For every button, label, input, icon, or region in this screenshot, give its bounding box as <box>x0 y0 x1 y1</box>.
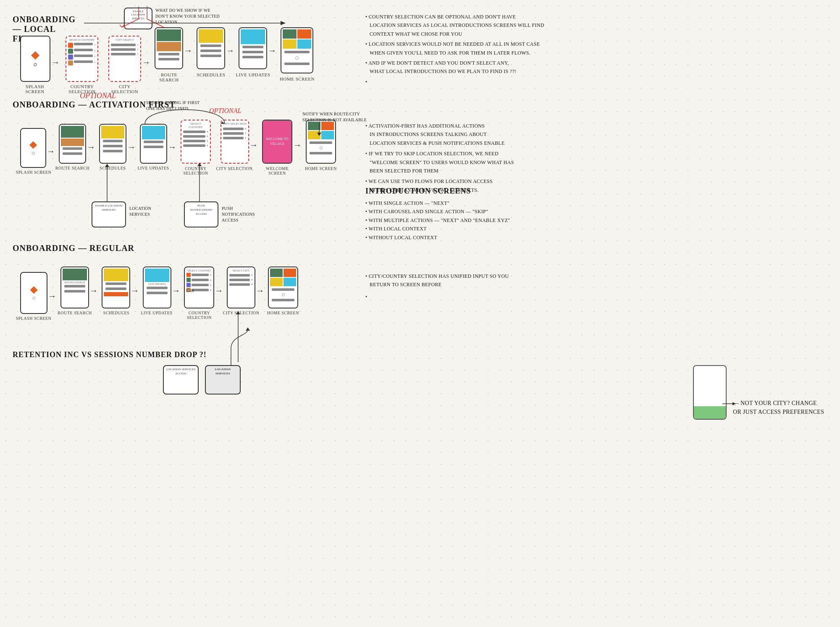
arrow-4-5-reg: → <box>173 286 178 296</box>
intro-screens-section: INTRODUCTION SCREENS • WITH SINGLE ACTIO… <box>365 187 571 242</box>
intro-note-4: • WITH LOCAL CONTEXT <box>365 225 571 233</box>
note-act-1: • ACTIVATION-FIRST HAS ADDITIONAL ACTION… <box>365 122 571 130</box>
phone-home-reg <box>268 266 298 308</box>
label-sched-reg: SCHEDULES <box>97 311 135 315</box>
note-act-2: IN INTRODUCTIONS SCREENS TALKING ABOUT <box>365 130 571 138</box>
arrow-6-7-act: → <box>251 141 256 150</box>
box-push-notifications: PUSH NOTIFICATIONS ACCESS <box>184 201 218 227</box>
note-local-first-6: • AND IF WE DON'T DETECT AND YOU DON'T S… <box>365 59 567 67</box>
arrow-1-2-local: → <box>53 58 58 68</box>
phone-country-act: SELECT COUNTRY › › › › <box>181 120 211 164</box>
phone-live-reg: LIVE UPDATES <box>143 266 171 308</box>
intro-note-3: • WITH MULTIPLE ACTIONS — "NEXT" AND "EN… <box>365 216 571 225</box>
note-act-6: BEEN SELECTED FOR THEM <box>365 167 571 175</box>
label-country-reg: COUNTRY SELECTION <box>179 311 219 320</box>
arrow-3-4-local: → <box>144 58 149 68</box>
arrow-2-3-reg: → <box>91 286 96 296</box>
phone-splash-local <box>20 36 50 82</box>
note-act-5: "WELCOME SCREEN" TO USERS WOULD KNOW WHA… <box>365 158 571 167</box>
title-regular: ONBOARDING — REGULAR <box>13 243 134 253</box>
arrow-6-7-local: → <box>270 46 275 56</box>
phone-route-reg: ROUTES SEARCH <box>60 266 89 308</box>
phone-not-your-city <box>693 365 727 420</box>
phone-city-local: CITY SELECT › › › <box>108 36 141 82</box>
arrow-1-2-reg: → <box>50 292 55 301</box>
note-local-first-5: WHEN GIVEN YOU'LL NEED TO ASK FOR THEM I… <box>365 49 567 57</box>
note-reg-3: • <box>365 293 571 301</box>
note-local-first-8: • <box>365 78 567 86</box>
intro-note-1: • WITH SINGLE ACTION — "NEXT" <box>365 199 571 207</box>
arrow-3-4-reg: → <box>132 286 137 296</box>
section-retention: RETENTION INC VS SESSIONS NUMBER DROP ?! <box>13 350 207 359</box>
label-route-act: ROUTE SEARCH <box>55 166 90 170</box>
note-notify-activation: NOTIFY WHEN ROUTE/CITY SELECTION IS NOT … <box>302 111 378 123</box>
label-live-reg: LIVE UPDATES <box>138 311 176 315</box>
svg-marker-1 <box>281 21 286 25</box>
label-route-reg: ROUTE SEARCH <box>56 311 94 315</box>
note-local-first-1: • COUNTRY SELECTION CAN BE OPTIONAL AND … <box>365 13 567 21</box>
section-title-regular: ONBOARDING — REGULAR <box>13 243 134 253</box>
arrow-1-2-act: → <box>48 147 53 157</box>
phone-live-act <box>140 124 167 164</box>
arrow-not-your-city <box>722 401 737 407</box>
label-route-local: ROUTE SEARCH <box>151 72 187 82</box>
note-reg-2: RETURN TO SCREEN BEFORE <box>365 280 571 289</box>
phone-city-reg: SELECT CITY › › › <box>227 266 255 308</box>
notes-local-first: • COUNTRY SELECTION CAN BE OPTIONAL AND … <box>365 13 567 86</box>
note-local-first-7: WHAT LOCAL INTRODUCTIONS DO WE PLAN TO F… <box>365 67 567 76</box>
svg-marker-2 <box>220 122 225 124</box>
note-act-7: • WE CAN USE TWO FLOWS FOR LOCATION ACCE… <box>365 177 571 185</box>
arrow-6-7-reg: → <box>257 286 262 296</box>
note-not-your-city: — NOT YOUR CITY? CHANGEOR JUST ACCESS PR… <box>733 399 838 416</box>
note-reg-1: • CITY/COUNTRY SELECTION HAS UNIFIED INP… <box>365 272 571 280</box>
svg-marker-11 <box>246 327 250 331</box>
phone-schedules-local <box>197 27 225 69</box>
note-local-first-3: CONTEXT WHAT WE CHOSE FOR YOU <box>365 30 567 38</box>
label-splash-reg: SPLASH SCREEN <box>15 316 52 321</box>
note-location-act: LOCATION SERVICES <box>129 206 155 217</box>
intro-note-5: • WITHOUT LOCAL CONTEXT <box>365 233 571 242</box>
phone-live-local <box>239 27 267 69</box>
label-live-local: LIVE UPDATES <box>233 72 273 77</box>
phone-home-local <box>281 27 313 73</box>
intro-note-2: • WITH CAROUSEL AND SINGLE ACTION — "SKI… <box>365 207 571 216</box>
svg-marker-6 <box>197 163 202 166</box>
box-location-services-1: LOCATION SERVICES ACCESS <box>163 365 199 394</box>
label-splash-act: SPLASH SCREEN <box>15 170 52 175</box>
notes-regular: • CITY/COUNTRY SELECTION HAS UNIFIED INP… <box>365 272 571 301</box>
phone-sched-act <box>99 124 126 164</box>
arrow-5-6-local: → <box>228 46 233 56</box>
arrow-4-5-act: → <box>170 143 175 152</box>
arrow-push-up <box>193 163 206 204</box>
note-push-act: PUSH NOTIFICATIONS ACCESS <box>222 206 255 223</box>
arrow-3-4-act: → <box>129 143 134 152</box>
box-location-services-2: LOCATION SERVICES <box>205 365 241 394</box>
box-enable-location-act: ENABLE LOCATION SERVICES <box>92 201 126 227</box>
note-act-4: • IF WE TRY TO SKIP LOCATION SELECTION, … <box>365 149 571 158</box>
phone-country-local: SELECT COUNTRY › › › › <box>66 36 98 82</box>
svg-marker-13 <box>732 402 736 405</box>
label-welcome-act: WELCOME SCREEN <box>258 166 297 175</box>
arrow-7-8-act: → <box>295 141 300 150</box>
title-retention: RETENTION INC VS SESSIONS NUMBER DROP ?! <box>13 350 207 359</box>
label-home-local: HOME SCREEN <box>277 76 317 81</box>
phone-splash-reg <box>20 272 47 314</box>
label-splash-local: SPLASH SCREEN <box>16 84 54 94</box>
label-city-act: CITY SELECTION <box>215 166 253 171</box>
phone-sched-reg <box>102 266 130 308</box>
arrow-2-3-act: → <box>89 143 94 152</box>
intro-screens-title: INTRODUCTION SCREENS <box>365 187 571 196</box>
note-act-3: LOCATION SERVICES & PUSH NOTIFICATIONS E… <box>365 139 571 147</box>
svg-marker-4 <box>105 164 109 167</box>
label-home-reg: HOME SCREEN <box>265 311 302 315</box>
arrow-services-to-city-bottom <box>206 327 256 367</box>
label-home-act: HOME SCREEN <box>302 166 340 171</box>
phone-city-act: CITY SELECTION › › › <box>220 120 249 164</box>
svg-marker-10 <box>236 311 240 314</box>
cot-label: Cot <box>186 287 194 294</box>
svg-marker-8 <box>317 133 321 136</box>
arrow-5-6-reg: → <box>216 286 221 296</box>
note-local-first-4: • LOCATION SERVICES WOULD NOT BE NEEDED … <box>365 40 567 48</box>
phone-route-act <box>59 124 86 164</box>
label-live-act: LIVE UPDATES <box>134 166 172 170</box>
